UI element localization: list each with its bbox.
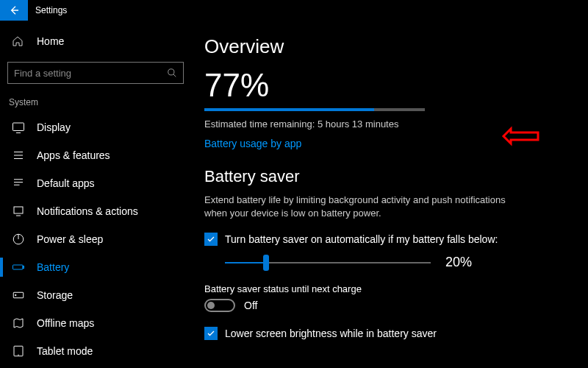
nav-label: Storage	[37, 289, 73, 301]
nav-item-notifications[interactable]: Notifications & actions	[7, 197, 191, 225]
svg-point-0	[168, 69, 174, 75]
saver-toggle[interactable]	[204, 299, 235, 312]
nav-item-default-apps[interactable]: Default apps	[7, 169, 191, 197]
overview-heading: Overview	[204, 35, 566, 58]
nav-label: Power & sleep	[37, 233, 103, 245]
group-label: System	[7, 94, 191, 113]
lower-brightness-checkbox[interactable]	[204, 327, 218, 340]
search-icon	[167, 68, 177, 78]
svg-rect-2	[14, 207, 23, 213]
svg-rect-1	[13, 123, 24, 131]
battery-bar-fill	[204, 108, 374, 111]
notifications-icon	[12, 205, 25, 218]
toggle-knob	[207, 302, 215, 309]
lower-brightness-row: Lower screen brightness while in battery…	[204, 327, 566, 340]
nav-home[interactable]: Home	[7, 28, 191, 54]
list-icon	[12, 149, 25, 162]
nav-label: Display	[37, 121, 71, 133]
nav-label: Notifications & actions	[37, 205, 138, 217]
battery-usage-link[interactable]: Battery usage by app	[204, 138, 301, 149]
saver-toggle-state: Off	[244, 300, 257, 311]
svg-rect-8	[14, 346, 23, 356]
nav-item-power[interactable]: Power & sleep	[7, 225, 191, 253]
window-title: Settings	[35, 5, 67, 15]
battery-saver-heading: Battery saver	[204, 167, 566, 186]
defaults-icon	[12, 177, 25, 190]
power-icon	[12, 233, 25, 246]
home-label: Home	[37, 35, 64, 47]
battery-icon	[12, 261, 25, 274]
storage-icon	[12, 289, 25, 302]
lower-brightness-label: Lower screen brightness while in battery…	[225, 328, 437, 339]
svg-point-7	[15, 294, 17, 296]
tablet-icon	[12, 344, 25, 358]
battery-saver-desc: Extend battery life by limiting backgrou…	[204, 194, 513, 219]
estimated-time: Estimated time remaining: 5 hours 13 min…	[204, 118, 566, 130]
check-icon	[207, 235, 215, 244]
nav-label: Battery	[37, 261, 69, 273]
search-input[interactable]: Find a setting	[7, 62, 184, 84]
nav-item-offline-maps[interactable]: Offline maps	[7, 309, 191, 337]
threshold-slider-row: 20%	[225, 255, 566, 270]
nav-item-battery[interactable]: Battery	[7, 253, 191, 281]
search-placeholder: Find a setting	[14, 68, 167, 79]
svg-rect-5	[23, 266, 24, 269]
check-icon	[207, 329, 215, 338]
slider-fill	[225, 262, 266, 263]
nav-label: Default apps	[37, 177, 95, 189]
auto-saver-checkbox[interactable]	[204, 233, 218, 246]
nav-item-display[interactable]: Display	[7, 113, 191, 141]
threshold-value: 20%	[445, 255, 472, 270]
slider-thumb[interactable]	[263, 255, 269, 271]
auto-saver-label: Turn battery saver on automatically if m…	[225, 233, 498, 245]
nav-item-storage[interactable]: Storage	[7, 281, 191, 309]
nav-item-tablet-mode[interactable]: Tablet mode	[7, 337, 191, 365]
nav-label: Tablet mode	[37, 345, 93, 357]
nav-label: Offline maps	[37, 317, 94, 329]
auto-saver-row: Turn battery saver on automatically if m…	[204, 233, 566, 246]
home-icon	[12, 35, 24, 47]
display-icon	[12, 121, 25, 134]
sidebar: Home Find a setting System Display Apps …	[0, 21, 191, 368]
maps-icon	[12, 316, 25, 330]
arrow-left-icon	[8, 4, 20, 16]
nav-item-apps[interactable]: Apps & features	[7, 141, 191, 169]
threshold-slider[interactable]	[225, 262, 431, 263]
saver-toggle-row: Off	[204, 299, 566, 312]
back-button[interactable]	[0, 0, 28, 21]
svg-rect-4	[13, 265, 24, 269]
nav-label: Apps & features	[37, 149, 110, 161]
battery-percent: 77%	[204, 67, 566, 104]
titlebar: Settings	[0, 0, 588, 21]
saver-status-label: Battery saver status until next charge	[204, 283, 566, 294]
content-pane: Overview 77% Estimated time remaining: 5…	[191, 21, 588, 368]
battery-bar	[204, 108, 425, 111]
